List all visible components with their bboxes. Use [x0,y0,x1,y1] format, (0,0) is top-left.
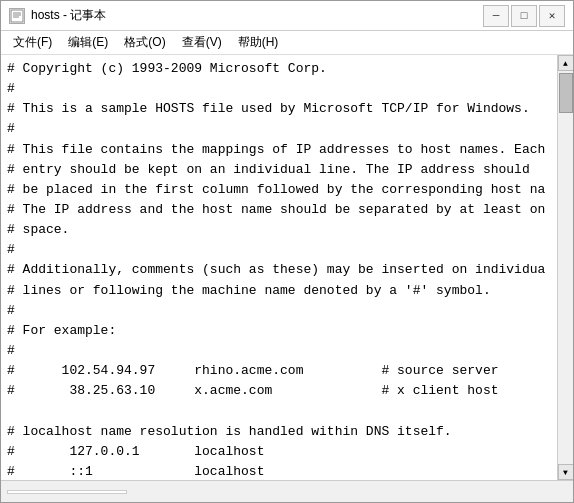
text-editor[interactable]: # Copyright (c) 1993-2009 Microsoft Corp… [1,55,557,480]
maximize-button[interactable]: □ [511,5,537,27]
menu-format[interactable]: 格式(O) [116,32,173,53]
scroll-down-arrow[interactable]: ▼ [558,464,574,480]
status-bar [1,480,573,502]
title-buttons: ─ □ ✕ [483,5,565,27]
svg-rect-0 [11,10,23,22]
window-title: hosts - 记事本 [31,7,106,24]
title-bar: hosts - 记事本 ─ □ ✕ [1,1,573,31]
menu-help[interactable]: 帮助(H) [230,32,287,53]
content-area: # Copyright (c) 1993-2009 Microsoft Corp… [1,55,573,480]
status-text [7,490,127,494]
close-button[interactable]: ✕ [539,5,565,27]
scroll-track[interactable] [558,71,573,464]
scroll-up-arrow[interactable]: ▲ [558,55,574,71]
menu-view[interactable]: 查看(V) [174,32,230,53]
menu-edit[interactable]: 编辑(E) [60,32,116,53]
app-icon [9,8,25,24]
title-bar-left: hosts - 记事本 [9,7,106,24]
vertical-scrollbar[interactable]: ▲ ▼ [557,55,573,480]
menu-file[interactable]: 文件(F) [5,32,60,53]
notepad-window: hosts - 记事本 ─ □ ✕ 文件(F) 编辑(E) 格式(O) 查看(V… [0,0,574,503]
minimize-button[interactable]: ─ [483,5,509,27]
menu-bar: 文件(F) 编辑(E) 格式(O) 查看(V) 帮助(H) [1,31,573,55]
scroll-thumb[interactable] [559,73,573,113]
